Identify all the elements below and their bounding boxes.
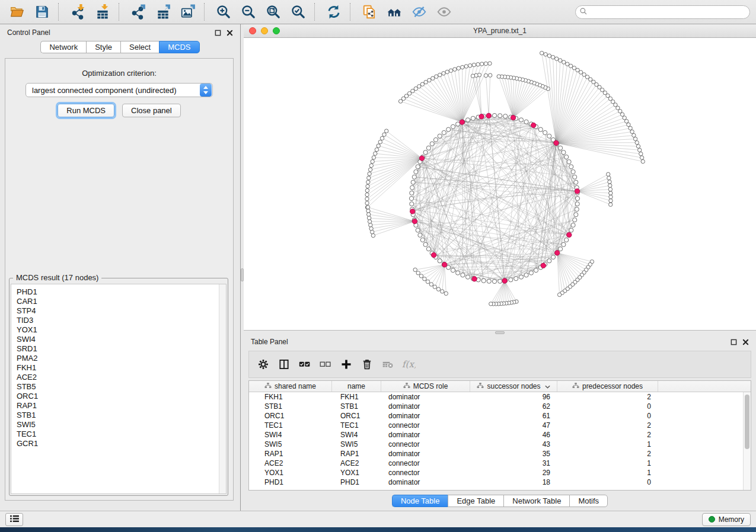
zoom-out-icon[interactable] — [236, 2, 261, 22]
zoom-fit-icon[interactable] — [261, 2, 286, 22]
list-item[interactable]: RAP1 — [17, 401, 226, 411]
col-header-successor-nodes[interactable]: successor nodes — [470, 381, 557, 392]
export-image-icon[interactable] — [176, 2, 200, 22]
float-panel-icon[interactable] — [215, 30, 221, 36]
delete-column-icon[interactable] — [360, 357, 374, 371]
list-item[interactable]: SWI5 — [17, 420, 226, 430]
close-window-icon[interactable] — [249, 27, 256, 34]
close-panel-icon[interactable] — [742, 339, 749, 345]
list-item[interactable]: TID3 — [17, 316, 226, 325]
table-row[interactable]: SWI5SWI5connector431 — [249, 440, 751, 449]
select-all-icon[interactable] — [298, 357, 312, 371]
table-row[interactable]: FKH1FKH1dominator962 — [249, 392, 751, 402]
horizontal-splitter[interactable] — [244, 331, 756, 335]
col-header-shared-name[interactable]: shared name — [249, 381, 332, 392]
list-item[interactable]: STB1 — [17, 411, 226, 420]
list-item[interactable]: SWI4 — [17, 335, 226, 344]
col-header-name[interactable]: name — [332, 381, 381, 392]
tab-node-table[interactable]: Node Table — [392, 495, 448, 507]
list-item[interactable]: CAR1 — [17, 297, 226, 306]
dominator-node[interactable] — [554, 140, 559, 145]
dominator-node[interactable] — [472, 277, 477, 281]
zoom-selected-icon[interactable] — [286, 2, 311, 22]
table-row[interactable]: STB1STB1dominator620 — [249, 402, 751, 411]
search-input[interactable] — [590, 8, 746, 16]
tab-network-table[interactable]: Network Table — [503, 495, 569, 507]
criterion-select[interactable]: largest connected component (undirected) — [25, 83, 213, 97]
close-panel-button[interactable]: Close panel — [122, 104, 181, 117]
task-history-button[interactable] — [5, 513, 23, 526]
deselect-all-icon[interactable] — [318, 357, 333, 371]
close-panel-icon[interactable] — [227, 30, 233, 36]
table-row[interactable]: RAP1RAP1dominator352 — [249, 449, 751, 459]
list-item[interactable]: FKH1 — [17, 363, 226, 373]
tab-style[interactable]: Style — [86, 41, 120, 53]
hide-selected-icon[interactable] — [407, 2, 432, 22]
dominator-node[interactable] — [555, 251, 560, 255]
dominator-node[interactable] — [486, 113, 491, 118]
tab-mcds[interactable]: MCDS — [159, 41, 199, 53]
float-panel-icon[interactable] — [731, 339, 737, 345]
export-table-icon[interactable] — [151, 2, 176, 22]
add-column-icon[interactable] — [339, 357, 353, 371]
list-scrollbar[interactable] — [219, 284, 226, 493]
tab-motifs[interactable]: Motifs — [569, 495, 608, 507]
dominator-node[interactable] — [541, 263, 546, 268]
col-header-predecessor-nodes[interactable]: predecessor nodes — [557, 381, 658, 392]
dominator-node[interactable] — [460, 120, 464, 124]
zoom-in-icon[interactable] — [211, 2, 236, 22]
list-item[interactable]: STB5 — [17, 382, 226, 392]
list-item[interactable]: ACE2 — [17, 373, 226, 382]
list-item[interactable]: PHD1 — [17, 287, 226, 297]
scrollbar-thumb[interactable] — [745, 395, 749, 449]
refresh-icon[interactable] — [321, 2, 346, 22]
dominator-node[interactable] — [531, 123, 536, 127]
zoom-window-icon[interactable] — [273, 27, 280, 34]
dominator-node[interactable] — [431, 252, 436, 257]
clone-network-icon[interactable] — [357, 2, 382, 22]
list-item[interactable]: TEC1 — [17, 430, 226, 439]
tab-select[interactable]: Select — [120, 41, 159, 53]
tab-edge-table[interactable]: Edge Table — [448, 495, 503, 507]
show-columns-icon[interactable] — [277, 357, 291, 371]
tab-network[interactable]: Network — [40, 41, 86, 53]
column-settings-icon[interactable] — [256, 357, 270, 371]
dominator-node[interactable] — [419, 156, 424, 161]
memory-button[interactable]: Memory — [702, 513, 751, 526]
table-row[interactable]: ACE2ACE2connector311 — [249, 459, 751, 468]
dominator-node[interactable] — [410, 209, 415, 214]
table-scrollbar[interactable] — [743, 392, 751, 490]
network-window-titlebar[interactable]: YPA_prune.txt_1 — [244, 24, 756, 38]
list-item[interactable]: ORC1 — [17, 392, 226, 401]
list-item[interactable]: PMA2 — [17, 354, 226, 363]
splitter-handle[interactable] — [495, 331, 505, 334]
list-item[interactable]: SRD1 — [17, 344, 226, 354]
table-row[interactable]: PHD1PHD1dominator180 — [249, 477, 751, 487]
dominator-node[interactable] — [442, 262, 447, 267]
table-row[interactable]: YOX1YOX1connector291 — [249, 468, 751, 477]
dominator-node[interactable] — [479, 114, 484, 119]
dominator-node[interactable] — [502, 278, 507, 283]
first-neighbors-icon[interactable] — [382, 2, 407, 22]
run-mcds-button[interactable]: Run MCDS — [58, 104, 114, 117]
table-row[interactable]: ORC1ORC1dominator610 — [249, 411, 751, 421]
export-network-icon[interactable] — [126, 2, 151, 22]
minimize-window-icon[interactable] — [261, 27, 268, 34]
table-row[interactable]: TEC1TEC1connector472 — [249, 421, 751, 430]
col-header-mcds-role[interactable]: MCDS role — [381, 381, 470, 392]
mcds-result-list[interactable]: PHD1CAR1STP4TID3YOX1SWI4SRD1PMA2FKH1ACE2… — [11, 284, 227, 494]
dominator-node[interactable] — [412, 219, 417, 223]
open-file-icon[interactable] — [5, 2, 30, 22]
search-box[interactable] — [575, 5, 750, 19]
import-network-icon[interactable] — [65, 2, 90, 22]
list-item[interactable]: YOX1 — [17, 325, 226, 335]
dominator-node[interactable] — [575, 189, 579, 194]
dominator-node[interactable] — [511, 115, 515, 120]
import-table-icon[interactable] — [90, 2, 115, 22]
table-row[interactable]: SWI4SWI4dominator462 — [249, 430, 751, 440]
list-item[interactable]: STP4 — [17, 306, 226, 316]
list-item[interactable]: GCR1 — [17, 439, 226, 448]
network-canvas[interactable] — [244, 38, 756, 330]
dominator-node[interactable] — [567, 232, 572, 237]
save-session-icon[interactable] — [30, 2, 55, 22]
